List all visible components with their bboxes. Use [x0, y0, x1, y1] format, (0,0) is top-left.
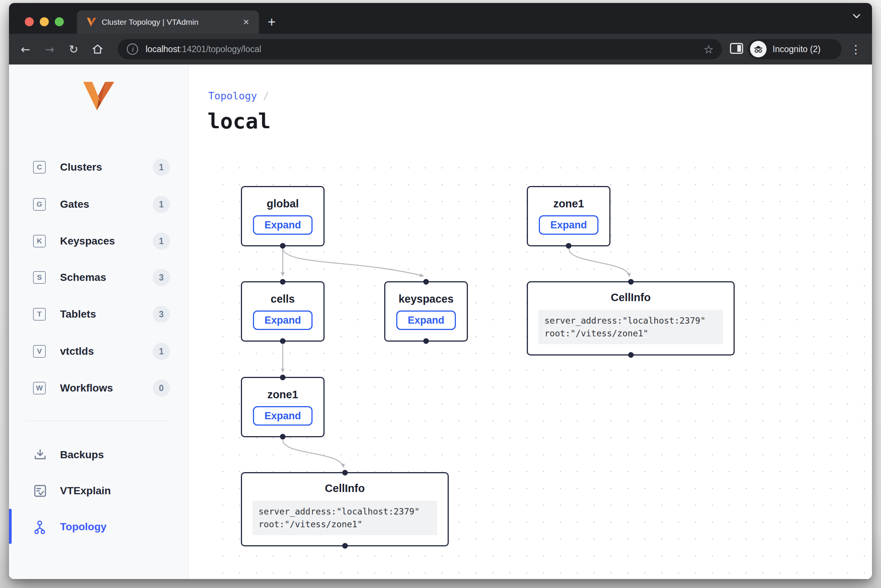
- sidebar-item-label: vtctlds: [60, 345, 94, 357]
- cellinfo-code: server_address:"localhost:2379" root:"/v…: [253, 501, 437, 535]
- node-title: cells: [242, 293, 323, 305]
- schemas-letter-icon: S: [33, 271, 46, 284]
- workflows-letter-icon: W: [33, 382, 46, 394]
- topology-graph-icon: [34, 520, 47, 534]
- code-line: server_address:"localhost:2379": [259, 505, 431, 518]
- close-window-button[interactable]: [25, 17, 34, 26]
- sidebar-item-tablets[interactable]: T Tablets 3: [9, 304, 188, 324]
- node-title: zone1: [242, 388, 323, 401]
- sidebar-item-label: Backups: [60, 449, 104, 461]
- new-tab-button[interactable]: +: [263, 10, 280, 34]
- topology-node-zone1-cells: zone1 Expand: [241, 377, 325, 437]
- url-path: :14201/topology/local: [180, 44, 261, 54]
- sidebar-item-label: VTExplain: [60, 485, 111, 497]
- sidebar-item-label: Workflows: [60, 382, 113, 394]
- zoom-window-button[interactable]: [55, 17, 64, 26]
- sidebar-item-label: Gates: [60, 198, 89, 210]
- connection-handle: [280, 279, 286, 285]
- sidebar-item-backups[interactable]: Backups: [9, 445, 188, 465]
- browser-toolbar: ← → ↻ i localhost:14201/topology/local ☆: [9, 34, 872, 64]
- vtctlds-letter-icon: V: [33, 345, 46, 358]
- topology-node-cells: cells Expand: [241, 281, 325, 342]
- sidebar-item-vtexplain[interactable]: VTExplain: [9, 481, 188, 501]
- code-line: server_address:"localhost:2379": [544, 314, 717, 327]
- cellinfo-code: server_address:"localhost:2379" root:"/v…: [538, 310, 723, 344]
- incognito-badge[interactable]: Incognito (2): [748, 39, 842, 59]
- node-title: global: [242, 198, 323, 210]
- count-badge: 0: [153, 380, 170, 397]
- tab-title: Cluster Topology | VTAdmin: [102, 18, 242, 27]
- minimize-window-button[interactable]: [40, 17, 49, 26]
- count-badge: 1: [153, 159, 170, 176]
- sidebar-item-clusters[interactable]: C Clusters 1: [9, 157, 188, 177]
- download-icon: [34, 448, 47, 462]
- page-title: local: [207, 109, 271, 133]
- forward-icon[interactable]: →: [41, 41, 58, 57]
- code-line: root:"/vitess/zone1": [544, 327, 717, 340]
- connection-handle: [628, 352, 634, 358]
- count-badge: 3: [153, 306, 170, 323]
- address-bar[interactable]: i localhost:14201/topology/local ☆: [118, 39, 722, 59]
- sidebar: C Clusters 1 G Gates 1 K Keyspaces 1 S S…: [9, 64, 189, 579]
- browser-window: Cluster Topology | VTAdmin × + ← → ↻ i l…: [9, 3, 872, 579]
- home-icon[interactable]: [89, 41, 106, 57]
- window-controls: [25, 17, 64, 26]
- tablets-letter-icon: T: [33, 308, 46, 321]
- side-panel-icon[interactable]: [730, 43, 743, 56]
- url-text: localhost:14201/topology/local: [146, 44, 704, 54]
- connection-handle: [423, 279, 429, 285]
- connection-handle: [280, 434, 286, 440]
- sidebar-item-label: Tablets: [60, 308, 96, 320]
- sidebar-item-label: Keyspaces: [60, 235, 115, 247]
- app-content: C Clusters 1 G Gates 1 K Keyspaces 1 S S…: [9, 64, 872, 579]
- expand-button[interactable]: Expand: [539, 215, 599, 235]
- connection-handle: [342, 543, 348, 549]
- document-check-icon: [34, 484, 47, 498]
- sidebar-item-workflows[interactable]: W Workflows 0: [9, 378, 188, 398]
- topology-node-global: global Expand: [241, 186, 325, 246]
- expand-button[interactable]: Expand: [396, 310, 456, 330]
- connection-handle: [280, 375, 286, 380]
- gates-letter-icon: G: [33, 198, 46, 211]
- clusters-letter-icon: C: [33, 161, 46, 174]
- browser-tab[interactable]: Cluster Topology | VTAdmin ×: [77, 10, 259, 34]
- sidebar-item-gates[interactable]: G Gates 1: [9, 194, 188, 214]
- main-panel: Topology/ local global: [189, 64, 872, 579]
- sidebar-item-label: Clusters: [60, 161, 102, 173]
- sidebar-item-vtctlds[interactable]: V vtctlds 1: [9, 341, 188, 362]
- url-host: localhost: [146, 44, 180, 54]
- node-title: CellInfo: [528, 291, 734, 304]
- expand-button[interactable]: Expand: [253, 215, 313, 235]
- code-line: root:"/vitess/zone1": [259, 518, 431, 531]
- bookmark-star-icon[interactable]: ☆: [704, 43, 714, 56]
- breadcrumb: Topology/: [208, 90, 269, 102]
- sidebar-item-keyspaces[interactable]: K Keyspaces 1: [9, 231, 188, 251]
- sidebar-item-label: Topology: [60, 521, 107, 533]
- topology-node-zone1: zone1 Expand: [527, 186, 610, 246]
- sidebar-item-schemas[interactable]: S Schemas 3: [9, 267, 188, 288]
- incognito-icon: [750, 41, 767, 57]
- site-info-icon[interactable]: i: [127, 44, 138, 55]
- topology-canvas[interactable]: global Expand zone1 Expand cells Expand: [207, 166, 872, 579]
- back-icon[interactable]: ←: [17, 41, 34, 57]
- connection-handle: [280, 338, 286, 344]
- connection-handle: [342, 470, 348, 476]
- node-title: zone1: [528, 198, 609, 210]
- reload-icon[interactable]: ↻: [65, 41, 82, 57]
- expand-button[interactable]: Expand: [253, 406, 313, 426]
- connection-handle: [628, 279, 634, 285]
- tab-search-chevron-icon[interactable]: [852, 14, 861, 20]
- tab-bar: Cluster Topology | VTAdmin × +: [9, 3, 872, 34]
- breadcrumb-topology-link[interactable]: Topology: [208, 90, 257, 102]
- topology-node-keyspaces: keyspaces Expand: [384, 281, 468, 342]
- connection-handle: [566, 243, 571, 249]
- incognito-label: Incognito (2): [773, 44, 821, 54]
- sidebar-item-topology[interactable]: Topology: [9, 517, 188, 537]
- sidebar-item-label: Schemas: [60, 272, 106, 284]
- tab-close-icon[interactable]: ×: [242, 17, 250, 27]
- node-title: keyspaces: [385, 293, 467, 305]
- browser-menu-icon[interactable]: ⋮: [849, 43, 863, 56]
- active-nav-indicator: [9, 509, 12, 544]
- expand-button[interactable]: Expand: [253, 310, 313, 330]
- connection-handle: [423, 338, 429, 344]
